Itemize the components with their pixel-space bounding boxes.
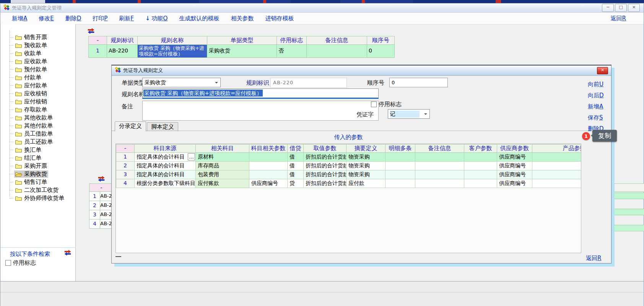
row-number-cell[interactable]: 4: [89, 219, 100, 229]
grid-cell[interactable]: 库存商品: [196, 162, 249, 170]
grid-cell[interactable]: 包装费用: [196, 170, 249, 179]
grid-cell[interactable]: 供应商编号: [497, 179, 532, 188]
remark-cell[interactable]: [307, 45, 367, 58]
search-condition-link[interactable]: 按以下条件检索: [10, 250, 50, 258]
grid-cell[interactable]: 应付款: [346, 179, 385, 188]
grid-cell[interactable]: 物资采购: [346, 153, 385, 162]
sidebar-tree-item[interactable]: 应收核销: [1, 90, 75, 98]
grid-row[interactable]: 1指定具体的会计科目…原材料借折扣后的合计货款物资采购供应商编号: [116, 153, 581, 162]
grid-cell[interactable]: 折扣后的合计货款: [304, 179, 346, 188]
swap-icon[interactable]: [64, 250, 71, 257]
grid-cell[interactable]: 指定具体的会计科目: [135, 162, 196, 170]
rule-id-field[interactable]: AB-220: [270, 78, 347, 88]
toolbar-button[interactable]: 刷新F: [119, 15, 134, 22]
grid-cell[interactable]: [385, 162, 415, 170]
grid-cell[interactable]: 指定具体的会计科目: [135, 170, 196, 179]
grid-cell[interactable]: 折扣后的合计货款: [304, 170, 346, 179]
grid-cell[interactable]: [385, 170, 415, 179]
sidebar-tree-item[interactable]: 换汇单: [1, 146, 75, 154]
ellipsis-button[interactable]: …: [188, 153, 195, 160]
grid-cell[interactable]: 2: [116, 162, 135, 170]
splitter-handle[interactable]: [115, 256, 121, 257]
toolbar-button[interactable]: 新增A: [12, 15, 27, 22]
grid-cell[interactable]: 借: [288, 170, 304, 179]
table-row[interactable]: 3 AB-22: [89, 210, 114, 219]
sidebar-tree-item[interactable]: 应付款单: [1, 82, 75, 90]
toolbar-button[interactable]: 相关参数: [231, 15, 254, 22]
toolbar-button[interactable]: 删除D: [65, 15, 81, 22]
grid-cell[interactable]: 贷: [288, 179, 304, 188]
table-row[interactable]: 4 AB-22: [89, 219, 114, 229]
grid-row[interactable]: 4根据分类参数取下级科目应付账款供应商编号贷折扣后的合计货款应付款供应商编号: [116, 179, 581, 188]
grid-cell[interactable]: [464, 179, 497, 188]
toolbar-button[interactable]: 进销存模板: [265, 15, 294, 22]
sidebar-tree-item[interactable]: 采购开票: [1, 162, 75, 170]
grid-cell[interactable]: [464, 162, 497, 170]
grid-cell[interactable]: [415, 170, 464, 179]
side-button[interactable]: 保存S: [588, 114, 604, 121]
grid-cell[interactable]: 原材料: [196, 153, 249, 162]
table-row[interactable]: 1 AB-220 采购收货 采购（物资采购+进项税款=应付模板） 采购收货 否 …: [88, 45, 395, 58]
swap-icon[interactable]: [88, 28, 94, 35]
grid-cell[interactable]: 供应商编号: [497, 170, 532, 179]
sidebar-tree-item[interactable]: 二次加工收货: [1, 186, 75, 194]
incoming-params-link[interactable]: 传入的参数: [115, 134, 581, 141]
toolbar-button[interactable]: 修改E: [39, 15, 54, 22]
remark-textarea[interactable]: [142, 101, 379, 121]
sidebar-tree-item[interactable]: 存取款单: [1, 106, 75, 114]
grid-cell[interactable]: [415, 179, 464, 188]
grid-cell[interactable]: [385, 153, 415, 162]
grid-cell[interactable]: 3: [116, 170, 135, 179]
side-button[interactable]: 新增A: [588, 103, 604, 110]
disabled-flag-cell[interactable]: 否: [277, 45, 307, 58]
rule-id-cell[interactable]: AB-220: [107, 45, 138, 58]
grid-cell[interactable]: 借: [288, 153, 304, 162]
grid-cell[interactable]: 根据分类参数取下级科目: [135, 179, 196, 188]
sidebar-tree-item[interactable]: 预收款单: [1, 41, 75, 49]
grid-cell[interactable]: [532, 179, 581, 188]
sidebar-tree-item[interactable]: 员工借款单: [1, 130, 75, 138]
grid-cell[interactable]: [249, 170, 288, 179]
grid-cell[interactable]: [532, 162, 581, 170]
grid-cell[interactable]: 折扣后的合计货款: [304, 153, 346, 162]
order-field[interactable]: 0: [389, 78, 448, 87]
sidebar-tree-item[interactable]: 其他收款单: [1, 114, 75, 122]
disable-flag-checkbox[interactable]: [5, 260, 11, 266]
swap-icon[interactable]: [98, 176, 105, 183]
sidebar-tree-item[interactable]: 结汇单: [1, 154, 75, 162]
grid-cell[interactable]: 供应商编号: [497, 153, 532, 162]
row-number-cell[interactable]: 2: [89, 201, 100, 210]
grid-cell[interactable]: [464, 170, 497, 179]
grid-cell[interactable]: [385, 179, 415, 188]
grid-cell[interactable]: 物资采购: [346, 162, 385, 170]
grid-cell[interactable]: [249, 153, 288, 162]
grid-cell[interactable]: [532, 170, 581, 179]
tab-script-definition[interactable]: 脚本定义: [147, 122, 178, 131]
grid-cell[interactable]: [532, 153, 581, 162]
grid-row[interactable]: 2指定具体的会计科目库存商品借折扣后的合计货款物资采购供应商编号: [116, 162, 581, 170]
grid-cell[interactable]: 供应商编号: [249, 179, 288, 188]
grid-cell[interactable]: 折扣后的合计货款: [304, 162, 346, 170]
sidebar-tree-item[interactable]: 预付款单: [1, 65, 75, 74]
voucher-word-select[interactable]: 记: [388, 109, 430, 119]
row-number-cell[interactable]: 1: [89, 192, 100, 201]
sidebar-tree-item[interactable]: 员工还款单: [1, 138, 75, 146]
grid-cell[interactable]: 1: [116, 153, 135, 162]
sequence-cell[interactable]: 0: [367, 45, 395, 58]
toolbar-button[interactable]: 打印P: [93, 15, 107, 22]
table-row[interactable]: 1 AB-22: [89, 192, 114, 201]
grid-row[interactable]: 3指定具体的会计科目包装费用借折扣后的合计货款物资采购供应商编号: [116, 170, 581, 179]
dialog-close-icon[interactable]: ×: [597, 67, 608, 74]
row-number-cell[interactable]: 3: [89, 210, 100, 219]
grid-cell[interactable]: 借: [288, 162, 304, 170]
grid-cell[interactable]: 物资采购: [346, 170, 385, 179]
sidebar-tree-item-selected[interactable]: 采购收货: [1, 170, 75, 178]
table-row[interactable]: 2 AB-22: [89, 201, 114, 210]
rule-name-field[interactable]: 采购收货 采购（物资采购+进项税款=应付模板）: [142, 88, 379, 99]
sidebar-tree-item[interactable]: 收款单: [1, 49, 75, 57]
side-button[interactable]: 向前U: [588, 81, 604, 88]
dialog-return-button[interactable]: 返回R: [586, 255, 601, 262]
maximize-icon[interactable]: □: [615, 4, 627, 12]
doc-type-cell[interactable]: 采购收货: [207, 45, 277, 58]
grid-cell[interactable]: [415, 162, 464, 170]
